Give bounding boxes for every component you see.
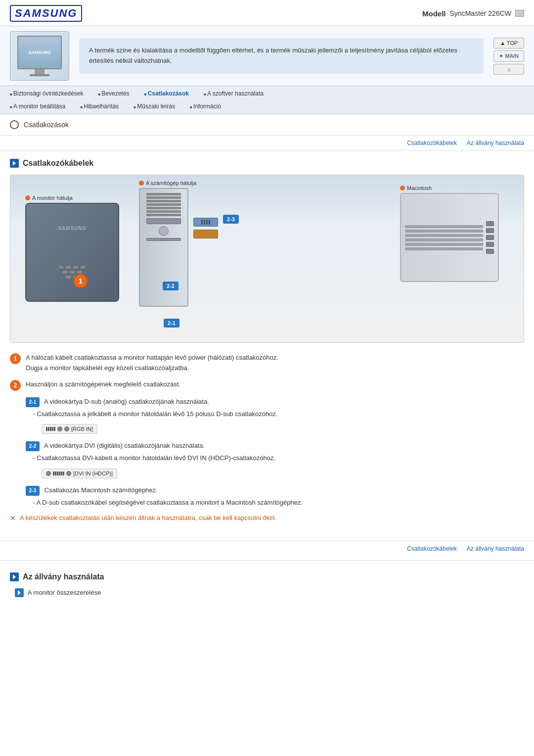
nav-info[interactable]: Információ	[190, 102, 221, 111]
port-5	[62, 270, 68, 274]
section1-icon	[10, 159, 19, 168]
sub-inst-23-detail: - A D-sub csatlakozókábel segítségével c…	[26, 498, 524, 508]
dvi-port-icon: [DVI IN (HDCP)]	[42, 469, 117, 478]
home-button[interactable]: ⌂	[493, 64, 524, 75]
badge-23: 2-3	[223, 215, 239, 224]
section2-title: Az állvány használata	[23, 572, 104, 581]
mac-ports	[486, 198, 494, 277]
nav-connections[interactable]: Csatlakozások	[144, 89, 189, 98]
dvi-pin-1	[53, 472, 54, 475]
sub-badge-23: 2-3	[26, 486, 40, 496]
page-title: Csatlakozások	[24, 121, 69, 129]
nav-bar: Biztonsági óvintézkedések Bevezetés Csat…	[0, 86, 534, 114]
instruction-2: 2 Használjon a számítógépének megfelelő …	[10, 379, 524, 391]
pc-drive	[146, 218, 181, 224]
model-icon	[515, 10, 524, 17]
mac-slot-5	[405, 243, 483, 246]
warning-item: ✕ A készülékek csatlakoztatás után késze…	[10, 514, 524, 522]
mac-slots	[405, 198, 483, 277]
main-button[interactable]: ✦ MAIN	[493, 50, 524, 62]
nav-troubleshoot[interactable]: Hibaelhárítás	[80, 102, 119, 111]
pc-connectors	[193, 188, 218, 238]
dvi-port-circle-2	[66, 471, 71, 476]
port-3	[73, 265, 79, 269]
tab-stand[interactable]: Az állvány használata	[467, 140, 524, 146]
pc-slot-1	[146, 193, 181, 195]
monitor-back: A monitor hátulja SAMSUNG	[25, 195, 124, 304]
top-button[interactable]: ▲ TOP	[493, 38, 524, 48]
vga-connector	[193, 218, 218, 227]
mac-slot-6	[405, 247, 483, 250]
port-row-3	[40, 275, 105, 279]
mac-section: Macintosh	[400, 185, 509, 282]
pin	[204, 220, 205, 225]
bottom-tab-cable[interactable]: Csatlakozókábelek	[407, 545, 457, 552]
nav-safety[interactable]: Biztonsági óvintézkedések	[10, 89, 83, 98]
pc-slot-4	[146, 203, 181, 206]
sub-inst-22-detail: - Csatlakoztassa DVI-kábelt a monitor há…	[26, 453, 524, 464]
model-info: Modell SyncMaster 226CW	[422, 9, 524, 18]
section1-title: Csatlakozókábelek	[23, 159, 93, 168]
pc-back: A számítógép hátulja	[139, 180, 253, 307]
rgb-port-icon: [RGB IN]	[42, 424, 97, 434]
inst-text-2: Használjon a számítógépének megfelelő cs…	[26, 379, 180, 390]
sub-badge-22: 2-2	[26, 441, 40, 451]
pin-5	[54, 427, 55, 431]
badge-22: 2-2	[163, 282, 178, 290]
badge-1: 1	[73, 274, 88, 288]
dvi-pin-6	[63, 472, 64, 475]
inst-text-1: A hálózati kábelt csatlakoztassa a monit…	[26, 353, 278, 374]
pc-drive-2	[146, 238, 181, 241]
pin	[209, 220, 210, 225]
port-4	[80, 265, 86, 269]
mac-port-4	[486, 242, 494, 247]
port-1	[58, 265, 64, 269]
monitor-ports-area	[40, 265, 105, 279]
monitor-screen: SAMSUNG	[17, 36, 62, 69]
dvi-pin-3	[57, 472, 58, 475]
nav-monitor-setup[interactable]: A monitor beállítása	[10, 102, 65, 111]
warning-icon: ✕	[10, 514, 16, 522]
model-label: Modell	[422, 9, 446, 18]
monitor-base	[30, 74, 49, 76]
instructions: 1 A hálózati kábelt csatlakoztassa a mon…	[10, 353, 524, 522]
dot-orange-3	[400, 186, 405, 190]
pc-slots	[146, 193, 181, 216]
top-tabs: Csatlakozókábelek Az állvány használata	[0, 136, 534, 151]
instruction-1: 1 A hálózati kábelt csatlakoztassa a mon…	[10, 353, 524, 374]
nav-intro[interactable]: Bevezetés	[98, 89, 129, 98]
nav-technical[interactable]: Műszaki leírás	[134, 102, 175, 111]
svg-marker-1	[13, 574, 16, 579]
dvi-pin-2	[55, 472, 56, 475]
inst-num-1: 1	[10, 353, 21, 364]
pc-slot-7	[146, 214, 181, 216]
pin	[206, 220, 208, 225]
bottom-tab-stand[interactable]: Az állvány használata	[467, 545, 524, 552]
port-circle-right	[64, 426, 69, 431]
sub-inst-22-item: 2-2 A videokártya DVI (digitális) csatla…	[26, 441, 524, 451]
mac-slot-2	[405, 230, 483, 233]
inst-num-2: 2	[10, 380, 21, 391]
header-top: SAMSUNG Modell SyncMaster 226CW	[10, 5, 524, 22]
pc-slot-6	[146, 210, 181, 213]
monitor-display: SAMSUNG	[10, 31, 69, 81]
diagram-samsung-logo: SAMSUNG	[58, 226, 87, 231]
port-pins-block	[46, 427, 55, 431]
tab-cable[interactable]: Csatlakozókábelek	[407, 140, 457, 146]
sub-inst-22: 2-2 A videokártya DVI (digitális) csatla…	[26, 441, 524, 481]
mac-slot-4	[405, 238, 483, 241]
pc-circle	[159, 226, 169, 236]
subsection-row: A monitor összeszerelése	[15, 588, 524, 597]
section2-heading: Az állvány használata	[10, 572, 524, 581]
samsung-logo: SAMSUNG	[10, 5, 82, 22]
port-8	[65, 275, 71, 279]
dvi-pin-4	[59, 472, 60, 475]
sub-inst-23: 2-3 Csatlakozás Macintosh számítógéphez.…	[26, 485, 524, 508]
page-title-row: Csatlakozások	[10, 120, 524, 129]
bottom-tabs: Csatlakozókábelek Az állvány használata	[0, 541, 534, 556]
dvi-pin-5	[61, 472, 62, 475]
nav-software[interactable]: A szoftver használata	[204, 89, 264, 98]
monitor-image: SAMSUNG	[10, 31, 69, 81]
mac-tower	[400, 193, 499, 282]
sub-badge-21: 2-1	[26, 397, 40, 407]
